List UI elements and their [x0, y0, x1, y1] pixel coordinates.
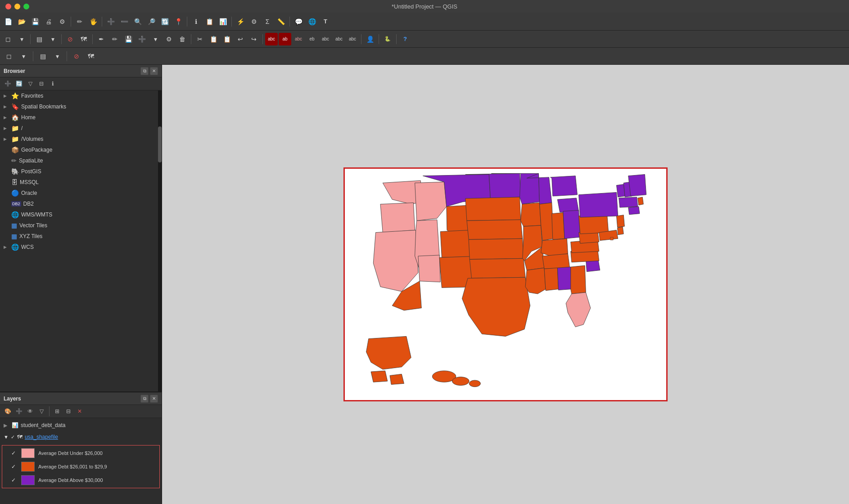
print-button[interactable]: 🖨 [42, 15, 55, 28]
select-feature-dropdown[interactable]: ▾ [17, 50, 30, 63]
edit-button[interactable]: ✏ [73, 15, 86, 28]
layer-item-student-debt[interactable]: ▶ 📊 student_debt_data [0, 419, 162, 431]
copy-button[interactable]: 📋 [207, 33, 220, 45]
browser-item-favorites[interactable]: ▶ ⭐ Favorites [0, 90, 162, 101]
open-project-button[interactable]: 📂 [15, 15, 28, 28]
properties-button[interactable]: ⚙ [56, 15, 68, 28]
browser-item-mssql[interactable]: ▶ 🗄 MSSQL [0, 177, 162, 188]
stats-button[interactable]: 📊 [217, 15, 229, 28]
zoom-out-button[interactable]: ➖ [118, 15, 131, 28]
zoom-in-button[interactable]: ➕ [104, 15, 117, 28]
select-button[interactable]: ◻ [2, 33, 14, 45]
text-button[interactable]: T [319, 15, 332, 28]
add-layer-button[interactable]: ➕ [3, 79, 13, 89]
measure-button[interactable]: 📏 [275, 15, 287, 28]
digitize-dropdown[interactable]: ▾ [149, 33, 162, 45]
browser-item-volumes[interactable]: ▶ 📁 /Volumes [0, 134, 162, 144]
pen-button[interactable]: ✒ [95, 33, 108, 45]
layers-close-button[interactable]: ✕ [150, 395, 158, 403]
collapse-button[interactable]: ⊟ [36, 79, 46, 89]
bookmark-map-button[interactable]: 🗺 [85, 50, 97, 63]
deselect-button[interactable]: ⊘ [70, 50, 83, 63]
no-selection-button[interactable]: ⊘ [64, 33, 77, 45]
label-btn5[interactable]: abc [319, 33, 332, 45]
browser-item-home[interactable]: ▶ 🏠 Home [0, 112, 162, 123]
maximize-button[interactable] [23, 4, 29, 9]
save-project-button[interactable]: 💾 [29, 15, 41, 28]
browser-scrollbar-track[interactable] [158, 90, 162, 392]
browser-item-xyz-tiles[interactable]: ▶ ▦ XYZ Tiles [0, 231, 162, 242]
filter-layers-button[interactable]: ▽ [36, 406, 46, 416]
browser-item-wcs[interactable]: ▶ 🌐 WCS [0, 242, 162, 252]
add-feature-button[interactable]: ➕ [135, 33, 148, 45]
processing-button[interactable]: ⚡ [234, 15, 247, 28]
show-all-layers-button[interactable]: 👁 [25, 406, 35, 416]
cut-button[interactable]: ✂ [194, 33, 206, 45]
select-dropdown[interactable]: ▾ [15, 33, 28, 45]
collapse-groups-button[interactable]: ⊟ [63, 406, 73, 416]
attribute-table-button[interactable]: 📋 [203, 15, 216, 28]
label-btn6[interactable]: abc [333, 33, 345, 45]
refresh-browser-button[interactable]: 🔄 [14, 79, 24, 89]
save-edit-button[interactable]: 💾 [122, 33, 135, 45]
browser-float-button[interactable]: ⧉ [140, 67, 149, 75]
browser-item-oracle[interactable]: ▶ 🔵 Oracle [0, 188, 162, 198]
help-button[interactable]: ? [399, 33, 411, 45]
browser-item-spatial-bookmarks[interactable]: ▶ 🔖 Spatial Bookmarks [0, 101, 162, 112]
browser-item-vector-tiles[interactable]: ▶ ▦ Vector Tiles [0, 220, 162, 231]
legend-item-low[interactable]: ✓ Average Debt Under $26,000 [2, 446, 159, 460]
browser-item-postgis[interactable]: ▶ 🐘 PostGIS [0, 166, 162, 177]
user-icon-button[interactable]: 👤 [364, 33, 376, 45]
browser-item-db2[interactable]: ▶ DB2 DB2 [0, 198, 162, 209]
zoom-layer-button[interactable]: 🔃 [158, 15, 171, 28]
legend-item-high[interactable]: ✓ Average Debt Above $30,000 [2, 473, 159, 487]
annotation-button[interactable]: 💬 [292, 15, 305, 28]
paste-button[interactable]: 📋 [221, 33, 233, 45]
layer-item-usa-shapefile[interactable]: ▼ ✓ 🗺 usa_shapefile [0, 431, 162, 443]
browser-close-button[interactable]: ✕ [150, 67, 158, 75]
undo-button[interactable]: ↩ [234, 33, 247, 45]
remove-layer-button[interactable]: ✕ [75, 406, 85, 416]
zoom-area-button[interactable]: 🔍 [131, 15, 144, 28]
label-btn7[interactable]: abc [346, 33, 359, 45]
map-area[interactable] [162, 65, 849, 504]
pan-button[interactable]: 🖐 [87, 15, 99, 28]
pencil-button[interactable]: ✏ [108, 33, 121, 45]
map-tip-button[interactable]: 🗺 [77, 33, 90, 45]
zoom-selection-button[interactable]: 📍 [172, 15, 185, 28]
filter-browser-button[interactable]: ▽ [25, 79, 35, 89]
browser-tree[interactable]: ▶ ⭐ Favorites ▶ 🔖 Spatial Bookmarks ▶ 🏠 … [0, 90, 162, 392]
label-btn1[interactable]: abc [265, 33, 278, 45]
expand-groups-button[interactable]: ⊞ [52, 406, 62, 416]
browser-item-geopackage[interactable]: ▶ 📦 GeoPackage [0, 144, 162, 155]
layers-float-button[interactable]: ⧉ [140, 395, 149, 403]
layer-color-button[interactable]: 🎨 [3, 406, 13, 416]
properties-browser-button[interactable]: ℹ [48, 79, 58, 89]
close-button[interactable] [5, 4, 11, 9]
legend-item-mid[interactable]: ✓ Average Debt $26,001 to $29,9 [2, 460, 159, 473]
layer-button[interactable]: ▤ [33, 33, 45, 45]
browser-item-wms-wmts[interactable]: ▶ 🌐 WMS/WMTS [0, 209, 162, 220]
delete-feature-button[interactable]: 🗑 [176, 33, 189, 45]
redo-button[interactable]: ↪ [248, 33, 260, 45]
edit-feature-button[interactable]: ⚙ [163, 33, 175, 45]
python-button[interactable]: 🐍 [381, 33, 394, 45]
add-layer-btn[interactable]: ➕ [14, 406, 24, 416]
new-project-button[interactable]: 📄 [2, 15, 14, 28]
browser-scrollbar-thumb[interactable] [158, 126, 162, 162]
identify-button[interactable]: ℹ [190, 15, 202, 28]
minimize-button[interactable] [14, 4, 20, 9]
settings-button[interactable]: ⚙ [248, 15, 260, 28]
layers-dropdown-button[interactable]: ▾ [51, 50, 63, 63]
select-feature-button[interactable]: ◻ [3, 50, 15, 63]
globe-button[interactable]: 🌐 [306, 15, 318, 28]
layer-dropdown[interactable]: ▾ [46, 33, 59, 45]
layers-panel-button[interactable]: ▤ [36, 50, 49, 63]
label-btn3[interactable]: abc [292, 33, 305, 45]
sum-button[interactable]: Σ [261, 15, 274, 28]
browser-item-spatialite[interactable]: ▶ ✏ SpatiaLite [0, 155, 162, 166]
zoom-full-button[interactable]: 🔎 [145, 15, 158, 28]
label-btn2[interactable]: ab [279, 33, 291, 45]
label-btn4[interactable]: eb [306, 33, 318, 45]
browser-item-root[interactable]: ▶ 📁 / [0, 123, 162, 134]
